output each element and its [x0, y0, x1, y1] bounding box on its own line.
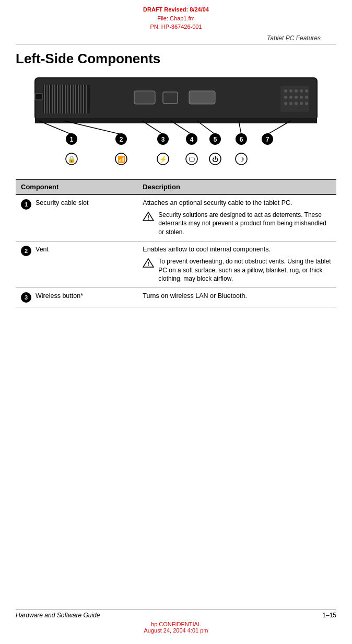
component-number: 3	[21, 292, 31, 303]
component-cell: 3 Wireless button*	[16, 288, 137, 307]
svg-text:3: 3	[161, 136, 165, 143]
svg-rect-39	[35, 118, 317, 123]
svg-rect-20	[134, 91, 155, 104]
table-row: 3 Wireless button* Turns on wireless LAN…	[16, 288, 336, 307]
description-text: Attaches an optional security cable to t…	[143, 199, 292, 206]
draft-line2: File: Chap1.fm	[0, 14, 352, 23]
svg-point-30	[289, 96, 292, 99]
svg-point-26	[295, 89, 298, 93]
page-footer: Hardware and Software Guide 1–15 hp CONF…	[0, 609, 352, 634]
footer-top: Hardware and Software Guide 1–15	[16, 609, 336, 619]
component-name: Security cable slot	[36, 199, 88, 206]
svg-text:🖵: 🖵	[189, 156, 195, 163]
svg-point-36	[295, 102, 298, 105]
draft-line1: DRAFT Revised: 8/24/04	[0, 5, 352, 14]
description-text: Turns on wireless LAN or Bluetooth.	[143, 292, 247, 300]
svg-rect-21	[163, 92, 178, 104]
svg-text:⏻: ⏻	[212, 156, 218, 163]
description-cell: Attaches an optional security cable to t…	[137, 194, 336, 242]
svg-rect-22	[189, 91, 215, 104]
table-row: 2 Vent Enables airflow to cool internal …	[16, 241, 336, 288]
svg-rect-23	[280, 86, 309, 112]
section-label: Tablet PC Features	[16, 34, 336, 44]
component-cell: 2 Vent	[16, 241, 137, 288]
svg-rect-19	[35, 94, 42, 100]
diagram-area: 1 2 3 4 5 6 7 🔒 📶 ⚡ 🖵 ⏻	[16, 75, 336, 169]
svg-text:☽: ☽	[239, 156, 244, 163]
table-header-row: Component Description	[16, 179, 336, 194]
draft-line3: PN: HP-367426-001	[0, 22, 352, 31]
svg-text:4: 4	[190, 136, 194, 143]
svg-point-35	[289, 102, 292, 105]
svg-text:📶: 📶	[118, 155, 125, 163]
svg-point-24	[284, 89, 287, 93]
component-table: Component Description 1 Security cable s…	[16, 179, 336, 308]
svg-text:6: 6	[240, 136, 243, 143]
footer-confidential-line2: August 24, 2004 4:01 pm	[16, 627, 336, 634]
svg-point-38	[305, 102, 308, 105]
component-name: Vent	[36, 246, 49, 253]
footer-page-number: 1–15	[322, 612, 336, 619]
laptop-diagram: 1 2 3 4 5 6 7 🔒 📶 ⚡ 🖵 ⏻	[30, 75, 322, 169]
caution-text: To prevent overheating, do not obstruct …	[158, 257, 331, 283]
caution-note: ! Security solutions are designed to act…	[143, 211, 331, 237]
svg-point-28	[305, 89, 308, 93]
svg-text:🔒: 🔒	[67, 155, 76, 164]
svg-text:⚡: ⚡	[159, 155, 167, 163]
component-name: Wireless button*	[36, 292, 83, 300]
caution-triangle-icon: !	[143, 258, 154, 268]
caution-note: ! To prevent overheating, do not obstruc…	[143, 257, 331, 283]
component-cell: 1 Security cable slot	[16, 194, 137, 242]
svg-text:!: !	[147, 261, 149, 267]
svg-text:1: 1	[70, 136, 74, 143]
svg-point-31	[295, 96, 298, 99]
svg-text:2: 2	[120, 136, 123, 143]
footer-confidential: hp CONFIDENTIAL August 24, 2004 4:01 pm	[16, 621, 336, 634]
svg-point-34	[284, 102, 287, 105]
component-number: 2	[21, 246, 31, 256]
caution-text: Security solutions are designed to act a…	[158, 211, 331, 237]
svg-point-33	[305, 96, 308, 99]
svg-point-25	[289, 89, 292, 93]
description-text: Enables airflow to cool internal compone…	[143, 246, 271, 253]
svg-point-37	[300, 102, 303, 105]
svg-text:!: !	[147, 214, 149, 221]
svg-point-32	[300, 96, 303, 99]
col-description-header: Description	[137, 179, 336, 194]
page-header: DRAFT Revised: 8/24/04 File: Chap1.fm PN…	[0, 0, 352, 33]
caution-triangle-icon: !	[143, 211, 154, 222]
col-component-header: Component	[16, 179, 137, 194]
footer-confidential-line1: hp CONFIDENTIAL	[16, 621, 336, 627]
svg-point-27	[300, 89, 303, 93]
description-cell: Turns on wireless LAN or Bluetooth.	[137, 288, 336, 307]
footer-guide-title: Hardware and Software Guide	[16, 612, 100, 619]
svg-text:7: 7	[266, 136, 269, 143]
page-title: Left-Side Components	[16, 51, 336, 67]
svg-text:5: 5	[214, 136, 217, 143]
table-row: 1 Security cable slot Attaches an option…	[16, 194, 336, 242]
description-cell: Enables airflow to cool internal compone…	[137, 241, 336, 288]
component-number: 1	[21, 199, 31, 210]
svg-point-29	[284, 96, 287, 99]
